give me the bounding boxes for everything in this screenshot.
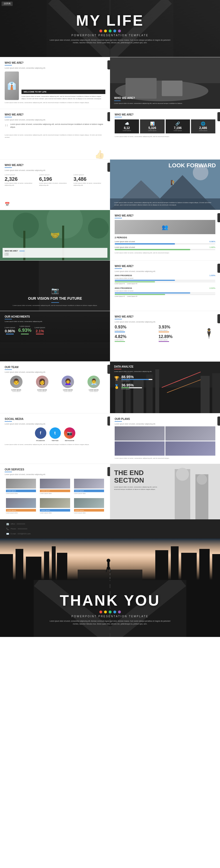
svg-rect-48 xyxy=(44,552,49,580)
svg-rect-54 xyxy=(199,549,210,580)
nav-tab xyxy=(217,213,220,222)
svc6-name: Lorem ipsum xyxy=(74,509,104,512)
left-services: Our Services Lorem ipsum dolor sit amet,… xyxy=(0,464,110,519)
svc4-name: Lorem ipsum xyxy=(6,509,36,512)
facebook-label: FACEBOOK xyxy=(35,440,46,441)
dot-yellow xyxy=(104,611,107,613)
body2: Lorem ipsum dolor sit amet, consectetur … xyxy=(115,252,215,254)
pct3-label: Lorem ipsum xyxy=(115,339,157,341)
nav-tab xyxy=(107,467,110,476)
dot-blue xyxy=(113,611,116,613)
right-progress: WHO WE ARE? Lorem ipsum dolor sit amet, … xyxy=(110,260,220,311)
achieve-body: Lorem ipsum dolor sit amet, consectetur … xyxy=(5,321,105,322)
office-row: 🏢 office：XXXXXXX xyxy=(6,523,214,525)
social-body: Lorem ipsum dolor sit amet, consectetur … xyxy=(5,423,105,425)
member3-role: Lorem ipsum xyxy=(56,391,80,392)
body: Lorem ipsum dolor sit amet, consectetur … xyxy=(5,169,105,171)
trophy-icon-2: 🥇 xyxy=(114,384,119,389)
right-periods: WHO WE ARE? 👥 2 PERIODS Lorem ipsum dolo… xyxy=(110,210,220,260)
slide-city-sunset xyxy=(0,538,220,580)
pct3: 4.82% xyxy=(115,334,157,339)
look-forward-body: Lorem ipsum dolor sit amet, consectetur … xyxy=(114,202,216,206)
stat1-body: Lorem ipsum dolor sit amet, consectetur … xyxy=(5,182,36,186)
prog2-body: Lorem ipsum dolor sit amet xyxy=(115,290,215,292)
left-panel: WHO WE ARE? Lorem ipsum dolor sit amet, … xyxy=(0,57,110,109)
section-title: WHO WE ARE? xyxy=(115,315,215,318)
ach-stat1-pct: 0.96% xyxy=(5,329,15,333)
svg-rect-5 xyxy=(174,0,220,57)
slide-hero: 演界网 MY LIFE POWERPOINT PRESENTATION TEMP… xyxy=(0,0,220,57)
prog1-pct: 1.93% xyxy=(210,274,215,277)
svg-rect-47 xyxy=(26,557,41,580)
period1-label: Lorem ipsum dolor sit amet xyxy=(115,241,135,243)
svc6-body: Lorem ipsum dolor xyxy=(74,512,104,514)
avatar-4: 👨‍💼 xyxy=(88,376,100,388)
plans-body2: Lorem ipsum dolor sit amet, consectetur … xyxy=(115,457,215,459)
dot-yellow xyxy=(104,30,107,32)
nav-tab xyxy=(107,60,110,69)
twitter-label: TWITTER xyxy=(50,440,61,441)
left-palms: WHO WE ARE? 2,326 6,196 🤝 xyxy=(0,210,110,260)
data-label1: Lorem ipsum xyxy=(121,380,152,381)
stat1-label: Lorem ipsum xyxy=(116,130,137,131)
svg-rect-46 xyxy=(15,549,23,580)
svg-point-57 xyxy=(107,559,110,562)
pct4: 12.89% xyxy=(159,334,200,339)
quote-text: Lorem ipsum dolor sit amet, consectetur … xyxy=(10,123,105,128)
body: Lorem ipsum dolor sit amet, consectetur … xyxy=(115,321,215,323)
nav-tab xyxy=(217,314,220,323)
nav-tab xyxy=(107,416,110,426)
plans-title: Our Plans xyxy=(115,417,215,421)
slide-stats-forward: WHO WE ARE? Lorem ipsum dolor sit amet, … xyxy=(0,159,220,210)
slide-social-plans: Social Media Lorem ipsum dolor sit amet,… xyxy=(0,413,220,464)
thankyou-title: THANK YOU xyxy=(60,592,160,609)
achieve-title: OUR ACHIEVMENTS xyxy=(5,315,105,318)
stat2-num: 5,326 xyxy=(142,126,163,130)
svg-point-19 xyxy=(88,218,109,239)
ach-stat2-pct: 6.93% xyxy=(18,328,31,333)
stat4-num: 2,486 xyxy=(193,126,214,130)
svc1-name: Lorem ipsum xyxy=(6,490,36,492)
slide-services-end: Our Services Lorem ipsum dolor sit amet,… xyxy=(0,464,220,519)
prog2-title: 20XX PROGRESS xyxy=(115,287,132,289)
stat1-label-it: Lorem ipsum xyxy=(5,174,36,176)
who-we-are-left5: WHO WE ARE? xyxy=(5,250,18,252)
end-title: THE ENDSECTION xyxy=(114,469,216,484)
hero-title: MY LIFE xyxy=(76,13,144,28)
left-three-stats: WHO WE ARE? Lorem ipsum dolor sit amet, … xyxy=(0,160,110,210)
stat4-label: Lorem ipsum xyxy=(193,130,214,131)
svg-rect-56 xyxy=(107,562,109,569)
svc5-name: Lorem ipsum xyxy=(40,509,70,512)
section-title: WHO WE ARE? xyxy=(5,164,105,166)
dot-purple xyxy=(118,30,121,32)
svg-rect-55 xyxy=(212,554,220,580)
prog1-title: 20XX PROGRESS xyxy=(115,274,132,277)
plans-body: Lorem ipsum dolor sit amet, consectetur … xyxy=(115,423,215,425)
vision-title: OUR VISION FOR THE FUTURE xyxy=(5,296,105,301)
welcome-label: WELCOME TO MY LIFE xyxy=(22,90,105,94)
end-body: Lorem ipsum dolor sit amet, consectetur … xyxy=(114,486,161,491)
nav-tab xyxy=(217,264,220,273)
body1: Lorem ipsum dolor sit amet, consectetur … xyxy=(5,119,105,121)
section-title: WHO WE ARE? xyxy=(5,61,105,64)
services-title: Our Services xyxy=(5,468,105,471)
period2-label: Lorem ipsum dolor sit amet xyxy=(115,246,135,248)
periods-title: 2 PERIODS xyxy=(115,236,215,239)
svc2-name: Lorem ipsum xyxy=(40,490,70,492)
stat3-num: 3,486 xyxy=(73,176,105,182)
right-pct-stats: WHO WE ARE? Lorem ipsum dolor sit amet, … xyxy=(110,311,220,361)
stat2-num: 6,196 xyxy=(39,176,71,182)
stat3-num: 7,196 xyxy=(167,126,188,130)
left-social: Social Media Lorem ipsum dolor sit amet,… xyxy=(0,413,110,464)
data-pct1: 88.95% xyxy=(121,375,152,379)
extra-body: Lorem ipsum dolor sit amet, consectetur … xyxy=(5,101,105,104)
period1-pct: 0.96% xyxy=(210,240,215,243)
hero-subtitle: POWERPOINT PRESENTATION TEMPLATE xyxy=(71,34,149,37)
slide-who-we-are-2: WHO WE ARE? Lorem ipsum dolor sit amet, … xyxy=(0,109,220,159)
vision-body: Lorem ipsum dolor sit amet, consectetur … xyxy=(5,304,105,307)
section-title: WHO WE ARE? xyxy=(115,214,215,217)
data-title: DATA ANALYZE xyxy=(114,365,216,368)
dot-green xyxy=(109,30,112,32)
thankyou-body: Lorem ipsum dolor sit amet, consectetur … xyxy=(48,620,172,625)
section-title: WHO WE ARE? xyxy=(5,113,105,116)
